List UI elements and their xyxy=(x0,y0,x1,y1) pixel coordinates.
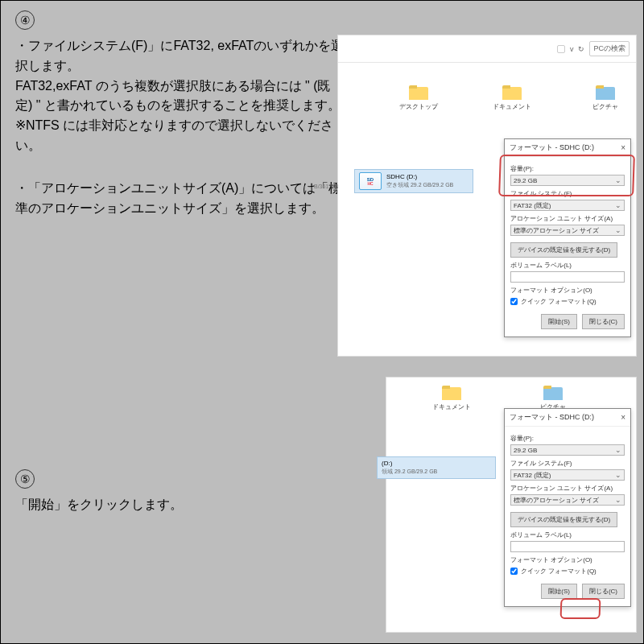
fs-select[interactable]: FAT32 (既定) xyxy=(510,200,625,211)
dialog-title: フォーマット - SDHC (D:) xyxy=(510,142,594,153)
screenshot-step4: v ↻ PCの検索 デスクトップ ドキュメント ピクチャ B/361 GB SD… xyxy=(337,35,637,357)
folders-row: デスクトップ ドキュメント ピクチャ xyxy=(345,85,630,111)
close-button[interactable]: 閉じる(C) xyxy=(582,314,625,329)
format-options-label: フォーマット オプション(O) xyxy=(510,286,625,295)
folder-icon xyxy=(502,85,522,100)
storage-text: B/361 GB xyxy=(314,184,338,189)
folder-pictures[interactable]: ピクチャ xyxy=(581,85,630,111)
drive-item[interactable]: SDHC SDHC (D:) 空き領域 29.2 GB/29.2 GB xyxy=(354,169,473,193)
drive-name: SDHC (D:) xyxy=(386,173,453,180)
restore-defaults-button[interactable]: デバイスの既定値を復元する(D) xyxy=(510,242,617,258)
format-dialog-2: フォーマット - SDHC (D:) × 容量(P): 29.2 GB ファイル… xyxy=(504,408,631,607)
fs-label-2: ファイル システム(F) xyxy=(510,459,625,468)
folder-documents[interactable]: ドキュメント xyxy=(488,85,536,111)
au-select-2[interactable]: 標準のアロケーション サイズ xyxy=(510,494,625,506)
close-button-2[interactable]: 閉じる(C) xyxy=(582,584,625,599)
drive-free: 空き領域 29.2 GB/29.2 GB xyxy=(386,181,453,189)
volume-label-2: ボリューム ラベル(L) xyxy=(510,530,625,539)
folder-label: ドキュメント xyxy=(488,102,536,111)
folder-label: ピクチャ xyxy=(581,102,630,111)
quick-format-check[interactable] xyxy=(510,298,518,305)
dialog-titlebar-2: フォーマット - SDHC (D:) × xyxy=(505,409,630,427)
dialog-title-2: フォーマット - SDHC (D:) xyxy=(510,412,594,423)
step-number-4: ④ xyxy=(15,10,35,30)
folder-desktop[interactable]: デスクトップ xyxy=(394,85,443,111)
format-options-label-2: フォーマット オプション(O) xyxy=(510,555,625,564)
quick-format-text-2: クイック フォーマット(Q) xyxy=(521,567,597,576)
start-button-2[interactable]: 開始(S) xyxy=(541,584,577,599)
folder-label: デスクトップ xyxy=(394,102,443,111)
refresh-icon[interactable]: ↻ xyxy=(578,45,584,53)
volume-input-2[interactable] xyxy=(510,541,625,552)
start-button[interactable]: 開始(S) xyxy=(541,314,577,329)
dialog-titlebar: フォーマット - SDHC (D:) × xyxy=(505,139,630,157)
au-label-2: アロケーション ユニット サイズ(A) xyxy=(510,484,625,493)
quick-format-checkbox-2[interactable]: クイック フォーマット(Q) xyxy=(510,567,625,576)
step4-text-b: ・「アロケーションユニットサイズ(A)」については「標準のアロケーションユニット… xyxy=(1,179,355,219)
step-number-5: ⑤ xyxy=(15,469,35,489)
capacity-label: 容量(P): xyxy=(510,164,625,173)
step5-text: 「開始」をクリックします。 xyxy=(1,495,355,515)
quick-format-checkbox[interactable]: クイック フォーマット(Q) xyxy=(510,297,625,306)
explorer-toolbar: v ↻ PCの検索 xyxy=(338,35,636,63)
quick-format-text: クイック フォーマット(Q) xyxy=(521,297,597,306)
au-select[interactable]: 標準のアロケーション サイズ xyxy=(510,225,625,236)
drive-item-2[interactable]: (D:) 領域 29.2 GB/29.2 GB xyxy=(377,456,496,479)
format-dialog: フォーマット - SDHC (D:) × 容量(P): 29.2 GB ファイル… xyxy=(504,138,631,337)
folder-icon xyxy=(543,386,563,400)
screenshot-step5: ドキュメント ピクチャ (D:) 領域 29.2 GB/29.2 GB フォーマ… xyxy=(386,377,637,633)
drive-name-2: (D:) xyxy=(382,460,437,467)
step4-text-a: ・ファイルシステム(F)」にFAT32, exFATのいずれかを選択します。 F… xyxy=(1,36,355,156)
volume-label: ボリューム ラベル(L) xyxy=(510,261,625,270)
capacity-select[interactable]: 29.2 GB xyxy=(510,175,625,186)
folder-documents2[interactable]: ドキュメント xyxy=(425,386,478,411)
close-icon[interactable]: × xyxy=(621,413,625,422)
folder-icon xyxy=(596,85,615,100)
close-icon[interactable]: × xyxy=(621,143,625,152)
volume-input[interactable] xyxy=(510,271,625,283)
nav-box[interactable] xyxy=(557,45,565,53)
fs-select-2[interactable]: FAT32 (既定) xyxy=(510,469,625,481)
search-input[interactable]: PCの検索 xyxy=(589,41,630,56)
folder-icon xyxy=(442,386,461,400)
folder-icon xyxy=(409,85,428,100)
drive-free-2: 領域 29.2 GB/29.2 GB xyxy=(382,468,437,476)
au-label: アロケーション ユニット サイズ(A) xyxy=(510,214,625,223)
capacity-label-2: 容量(P): xyxy=(510,434,625,443)
quick-format-check-2[interactable] xyxy=(510,568,518,575)
fs-label: ファイル システム(F) xyxy=(510,189,625,198)
folder-label: ドキュメント xyxy=(425,402,478,411)
sdhc-icon: SDHC xyxy=(359,172,382,190)
capacity-select-2[interactable]: 29.2 GB xyxy=(510,444,625,456)
restore-defaults-button-2[interactable]: デバイスの既定値を復元する(D) xyxy=(510,512,617,527)
nav-v: v xyxy=(570,45,574,53)
